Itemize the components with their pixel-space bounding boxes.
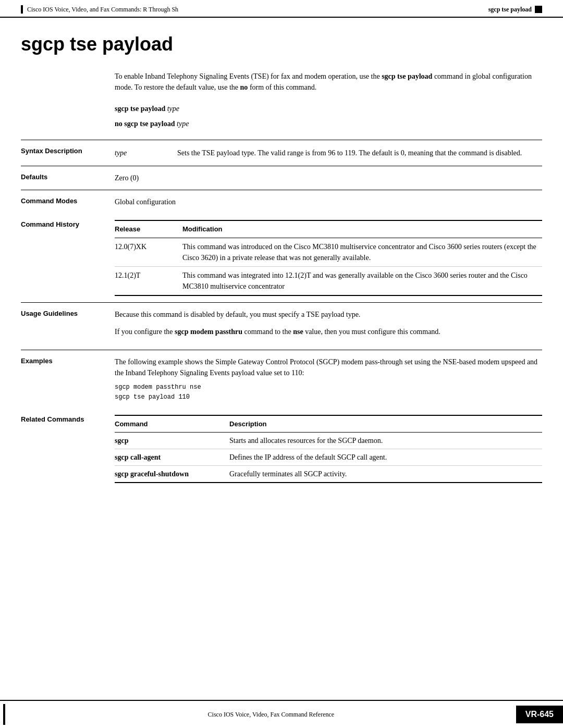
related-col-command: Command xyxy=(115,415,229,433)
history-col-release: Release xyxy=(115,220,182,238)
syntax-table: type Sets the TSE payload type. The vali… xyxy=(115,146,542,159)
syntax-table-row: type Sets the TSE payload type. The vali… xyxy=(115,146,542,159)
section-related-commands: Related Commands Command Description sgc… xyxy=(21,409,542,490)
command-modes-label: Command Modes xyxy=(21,196,115,207)
related-command: sgcp call-agent xyxy=(115,449,229,466)
syntax-commands: sgcp tse payload type no sgcp tse payloa… xyxy=(115,103,542,129)
history-table-row: 12.0(7)XKThis command was introduced on … xyxy=(115,238,542,266)
footer-page-number: VR-645 xyxy=(516,706,563,723)
related-description: Gracefully terminates all SGCP activity. xyxy=(229,466,542,483)
usage-guidelines-content: Because this command is disabled by defa… xyxy=(115,309,542,343)
examples-label: Examples xyxy=(21,356,115,402)
section-syntax-description: Syntax Description type Sets the TSE pay… xyxy=(21,140,542,166)
main-content: To enable Inband Telephony Signaling Eve… xyxy=(0,71,563,510)
header-page-label: sgcp tse payload xyxy=(488,6,532,14)
syntax-cmd1-bold: sgcp tse payload xyxy=(115,105,167,113)
related-table-header: Command Description xyxy=(115,415,542,433)
related-table: Command Description sgcpStarts and alloc… xyxy=(115,415,542,484)
section-usage-guidelines: Usage Guidelines Because this command is… xyxy=(21,302,542,350)
history-release: 12.0(7)XK xyxy=(115,238,182,266)
related-command: sgcp graceful-shutdown xyxy=(115,466,229,483)
header-breadcrumb-area: Cisco IOS Voice, Video, and Fax Commands… xyxy=(21,5,178,14)
command-history-label: Command History xyxy=(21,220,115,296)
examples-content: The following example shows the Simple G… xyxy=(115,356,542,402)
related-description: Defines the IP address of the default SG… xyxy=(229,449,542,466)
history-modification: This command was introduced on the Cisco… xyxy=(182,238,542,266)
syntax-description-label: Syntax Description xyxy=(21,146,115,159)
section-examples: Examples The following example shows the… xyxy=(21,350,542,409)
syntax-param-desc: Sets the TSE payload type. The valid ran… xyxy=(177,146,542,159)
syntax-param: type xyxy=(115,146,177,159)
footer-center-text: Cisco IOS Voice, Video, Fax Command Refe… xyxy=(5,711,516,719)
history-table-row: 12.1(2)TThis command was integrated into… xyxy=(115,266,542,295)
syntax-cmd2-italic: type xyxy=(177,120,189,128)
syntax-description-content: type Sets the TSE payload type. The vali… xyxy=(115,146,542,159)
syntax-cmd1-italic: type xyxy=(167,105,179,113)
defaults-label: Defaults xyxy=(21,172,115,183)
related-col-description: Description xyxy=(229,415,542,433)
history-col-modification: Modification xyxy=(182,220,542,238)
code-line-1: sgcp modem passthru nse xyxy=(115,382,542,392)
section-command-modes: Command Modes Global configuration xyxy=(21,190,542,214)
examples-text: The following example shows the Simple G… xyxy=(115,356,542,378)
related-command: sgcp xyxy=(115,433,229,449)
page-footer: Cisco IOS Voice, Video, Fax Command Refe… xyxy=(0,700,563,728)
syntax-cmd-1: sgcp tse payload type xyxy=(115,103,542,114)
intro-bold2: no xyxy=(240,83,248,91)
intro-bold1: sgcp tse payload xyxy=(382,72,432,80)
usage-para-2: If you configure the sgcp modem passthru… xyxy=(115,326,542,337)
related-table-row: sgcp graceful-shutdownGracefully termina… xyxy=(115,466,542,483)
related-commands-label: Related Commands xyxy=(21,415,115,484)
header-bar-icon xyxy=(21,5,23,14)
header-right: sgcp tse payload xyxy=(488,6,542,14)
command-history-content: Release Modification 12.0(7)XKThis comma… xyxy=(115,220,542,296)
related-description: Starts and allocates resources for the S… xyxy=(229,433,542,449)
intro-text3: form of this command. xyxy=(248,83,316,91)
syntax-cmd-2: no sgcp tse payload type xyxy=(115,118,542,129)
section-command-history: Command History Release Modification 12.… xyxy=(21,214,542,302)
usage-nse: nse xyxy=(293,328,303,336)
header-right-box-icon xyxy=(535,6,542,13)
history-table: Release Modification 12.0(7)XKThis comma… xyxy=(115,220,542,296)
defaults-value: Zero (0) xyxy=(115,172,542,183)
usage-para-1: Because this command is disabled by defa… xyxy=(115,309,542,320)
related-table-row: sgcp call-agentDefines the IP address of… xyxy=(115,449,542,466)
history-table-header: Release Modification xyxy=(115,220,542,238)
history-release: 12.1(2)T xyxy=(115,266,182,295)
command-modes-value: Global configuration xyxy=(115,196,542,207)
page-title-section: sgcp tse payload xyxy=(0,18,563,71)
examples-code: sgcp modem passthru nse sgcp tse payload… xyxy=(115,382,542,402)
page-title: sgcp tse payload xyxy=(21,33,542,55)
syntax-cmd2-bold: no sgcp tse payload xyxy=(115,120,177,128)
section-defaults: Defaults Zero (0) xyxy=(21,166,542,190)
related-table-row: sgcpStarts and allocates resources for t… xyxy=(115,433,542,449)
code-line-2: sgcp tse payload 110 xyxy=(115,392,542,402)
intro-paragraph: To enable Inband Telephony Signaling Eve… xyxy=(115,71,542,93)
usage-guidelines-label: Usage Guidelines xyxy=(21,309,115,343)
page-header: Cisco IOS Voice, Video, and Fax Commands… xyxy=(0,0,563,18)
history-modification: This command was integrated into 12.1(2)… xyxy=(182,266,542,295)
breadcrumb: Cisco IOS Voice, Video, and Fax Commands… xyxy=(27,6,178,14)
related-commands-content: Command Description sgcpStarts and alloc… xyxy=(115,415,542,484)
intro-text1: To enable Inband Telephony Signaling Eve… xyxy=(115,72,382,80)
usage-bold-cmd: sgcp modem passthru xyxy=(175,328,242,336)
